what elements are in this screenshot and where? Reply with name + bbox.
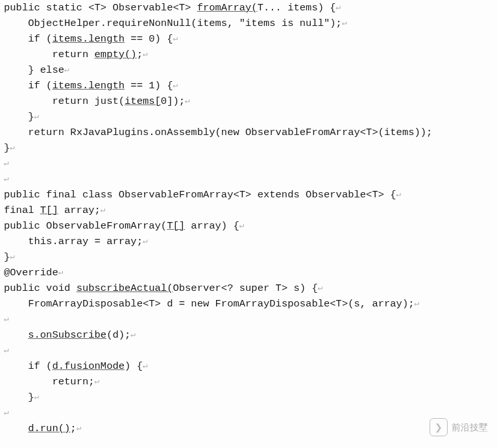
code-line: return empty();↵ [4,47,493,62]
code-line: if (items.length == 0) {↵ [4,31,493,47]
code-line: ↵ [4,312,493,327]
watermark-logo-icon: ❯ [430,418,448,436]
newline-icon: ↵ [143,361,148,371]
newline-icon: ↵ [10,252,15,262]
code-line: final T[] array;↵ [4,203,493,218]
newline-icon: ↵ [396,190,402,199]
code-line: ↵ [4,343,493,358]
newline-icon: ↵ [4,174,9,184]
code-block: public static <T> Observable<T> fromArra… [0,0,497,436]
code-line: public void subscribeActual(Observer<? s… [4,280,493,296]
code-line: public static <T> Observable<T> fromArra… [4,0,493,16]
code-line: ↵ [4,156,493,171]
newline-icon: ↵ [34,112,40,121]
newline-icon: ↵ [4,408,9,417]
newline-icon: ↵ [4,158,9,168]
code-line: ↵ [4,405,493,421]
newline-icon: ↵ [239,221,245,230]
code-line: }↵ [4,249,493,265]
code-line: return;↵ [4,374,493,390]
code-line: if (d.fusionMode) {↵ [4,358,493,374]
newline-icon: ↵ [336,3,341,12]
code-line: }↵ [4,109,493,125]
code-line: ↵ [4,171,493,187]
code-line: if (items.length == 1) {↵ [4,78,493,93]
code-line: ObjectHelper.requireNonNull(items, "item… [4,16,493,31]
code-line: } else↵ [4,62,493,78]
newline-icon: ↵ [173,81,178,90]
code-line: }↵ [4,390,493,405]
code-line: s.onSubscribe(d);↵ [4,327,493,343]
code-line: FromArrayDisposable<T> d = new FromArray… [4,296,493,312]
newline-icon: ↵ [415,299,420,308]
newline-icon: ↵ [130,330,136,340]
newline-icon: ↵ [318,283,323,293]
code-line: this.array = array;↵ [4,234,493,249]
code-line: public ObservableFromArray(T[] array) {↵ [4,218,493,234]
code-line: return just(items[0]);↵ [4,93,493,109]
newline-icon: ↵ [143,49,148,59]
code-line: public final class ObservableFromArray<T… [4,187,493,203]
newline-icon: ↵ [143,236,148,246]
code-line: return RxJavaPlugins.onAssembly(new Obse… [4,125,493,140]
newline-icon: ↵ [4,345,9,355]
newline-icon: ↵ [95,377,100,386]
newline-icon: ↵ [64,65,69,75]
watermark-text: 前沿技墅 [452,419,488,435]
code-line: @Override↵ [4,265,493,280]
newline-icon: ↵ [77,423,82,433]
newline-icon: ↵ [342,18,347,28]
code-line: d.run();↵ [4,421,493,436]
newline-icon: ↵ [101,205,106,215]
newline-icon: ↵ [185,96,190,106]
code-line: }↵ [4,140,493,156]
newline-icon: ↵ [58,268,64,277]
watermark: ❯ 前沿技墅 [430,418,488,436]
newline-icon: ↵ [34,392,40,402]
newline-icon: ↵ [173,34,178,44]
newline-icon: ↵ [10,143,15,153]
newline-icon: ↵ [4,314,9,324]
